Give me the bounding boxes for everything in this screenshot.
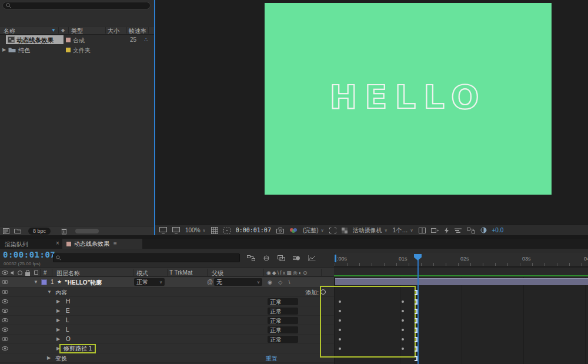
column-index[interactable]: #: [44, 269, 47, 276]
shy-icon[interactable]: [263, 255, 270, 261]
sort-arrow-icon[interactable]: ▼: [51, 28, 56, 33]
project-item-composition[interactable]: 动态线条效果 合成 25 ∴: [0, 35, 154, 45]
property-label[interactable]: O: [66, 336, 71, 342]
resolution-select[interactable]: (完整)∨: [303, 226, 324, 235]
interpret-footage-icon[interactable]: [3, 228, 9, 234]
current-timecode[interactable]: 0:00:01:07: [3, 250, 55, 259]
layer-switches[interactable]: ◉ ◇ \: [268, 279, 292, 285]
parent-pickwhip-icon[interactable]: @: [207, 279, 213, 285]
group-mode-select[interactable]: 正常: [268, 317, 298, 324]
tab-render-queue[interactable]: 渲染队列: [5, 241, 28, 249]
project-item-folder[interactable]: ▶ 纯色 文件夹: [0, 45, 154, 55]
layer-duration-bar[interactable]: [335, 278, 588, 285]
magnification-select[interactable]: 100%∨: [185, 227, 206, 233]
property-label[interactable]: H: [66, 298, 70, 305]
reset-exposure-icon[interactable]: [480, 227, 487, 233]
frame-blending-icon[interactable]: [278, 255, 285, 261]
layer-expand-icon[interactable]: ▼: [34, 279, 38, 285]
property-row-letter[interactable]: ▶ E 正常: [0, 306, 334, 316]
column-layer-name[interactable]: 图层名称: [56, 269, 80, 278]
label-column-icon[interactable]: ◆: [61, 28, 65, 33]
column-header-size[interactable]: 大小: [108, 27, 119, 35]
project-item-name[interactable]: 动态线条效果: [16, 36, 54, 45]
property-label[interactable]: E: [66, 308, 70, 314]
layer-visibility-eye-icon[interactable]: [2, 280, 8, 284]
column-parent[interactable]: 父级: [212, 269, 223, 278]
always-preview-icon[interactable]: [159, 227, 167, 233]
trim-paths-label-highlighted[interactable]: 修剪路径 1: [59, 344, 96, 353]
tab-close-icon[interactable]: ×: [56, 240, 59, 246]
motion-blur-icon[interactable]: [293, 255, 300, 261]
visibility-eye-icon[interactable]: [2, 328, 8, 332]
graph-editor-icon[interactable]: [308, 255, 316, 261]
time-ruler[interactable]: :00s 01s 02s 03s 04s: [334, 253, 588, 266]
mini-flowchart-icon[interactable]: [247, 255, 255, 261]
column-header-type[interactable]: 类型: [71, 27, 83, 35]
region-of-interest-icon[interactable]: [329, 228, 336, 233]
expand-icon[interactable]: ▶: [47, 355, 51, 360]
layer-name[interactable]: "HELLO"轮廓: [65, 279, 102, 287]
property-label[interactable]: 变换: [55, 355, 67, 363]
timeline-button-icon[interactable]: [455, 228, 462, 233]
layer-color-label[interactable]: [41, 279, 47, 285]
column-header-framerate[interactable]: 帧速率: [129, 27, 146, 35]
expand-icon[interactable]: ▶: [56, 336, 60, 342]
group-mode-select[interactable]: 正常: [268, 336, 298, 343]
visibility-eye-icon[interactable]: [2, 318, 8, 322]
show-channels-icon[interactable]: [289, 228, 298, 233]
property-row-letter[interactable]: ▶ H 正常: [0, 297, 334, 306]
playhead-line[interactable]: [417, 255, 419, 364]
property-row-letter[interactable]: ▶ L 正常: [0, 325, 334, 335]
property-row-letter[interactable]: ▶ L 正常: [0, 316, 334, 325]
composition-canvas[interactable]: HELLO: [265, 3, 552, 195]
expand-icon[interactable]: ▶: [56, 327, 60, 332]
property-row-letter[interactable]: ▶ O 正常: [0, 335, 334, 344]
layer-row[interactable]: ▼ 1 ★ "HELLO"轮廓 正常∨ @ 无∨ ◉ ◇ \: [0, 277, 334, 288]
property-row-trim-paths[interactable]: ▶ 修剪路径 1: [0, 344, 334, 353]
layer-mode-select[interactable]: 正常∨: [134, 278, 165, 286]
comp-flowchart-icon[interactable]: [467, 228, 475, 233]
grid-guides-icon[interactable]: [211, 227, 218, 234]
exposure-value[interactable]: +0.0: [492, 227, 504, 233]
mask-visibility-icon[interactable]: [223, 228, 230, 233]
property-label[interactable]: L: [66, 317, 69, 323]
trash-icon[interactable]: [61, 228, 67, 235]
parent-select[interactable]: 无∨: [214, 278, 262, 286]
visibility-eye-icon[interactable]: [2, 290, 8, 294]
expand-arrow-icon[interactable]: ▶: [2, 47, 6, 52]
main-monitor-icon[interactable]: [172, 227, 180, 233]
column-mode[interactable]: 模式: [136, 269, 148, 278]
property-row-contents[interactable]: ▼ 内容 添加:: [0, 288, 334, 297]
visibility-eye-icon[interactable]: [2, 337, 8, 341]
viewer-timecode[interactable]: 0:00:01:07: [236, 227, 271, 233]
visibility-eye-icon[interactable]: [2, 299, 8, 303]
property-label[interactable]: L: [66, 326, 69, 333]
reset-link[interactable]: 重置: [266, 355, 278, 363]
new-folder-icon[interactable]: [14, 228, 21, 234]
property-row-transform[interactable]: ▶ 变换 重置: [0, 353, 334, 363]
group-mode-select[interactable]: 正常: [268, 298, 298, 305]
view-count-select[interactable]: 1个…∨: [393, 226, 413, 235]
expand-icon[interactable]: ▶: [56, 299, 60, 304]
tab-composition[interactable]: 动态线条效果 ≡: [62, 239, 142, 249]
group-mode-select[interactable]: 正常: [268, 326, 298, 333]
fast-previews-icon[interactable]: [444, 227, 449, 234]
property-label[interactable]: 内容: [55, 289, 67, 297]
group-mode-select[interactable]: 正常: [268, 308, 298, 315]
column-trkmat[interactable]: T TrkMat: [169, 269, 192, 276]
snapshot-camera-icon[interactable]: [276, 228, 284, 233]
panel-menu-icon[interactable]: ≡: [113, 241, 117, 247]
visibility-eye-icon[interactable]: [2, 309, 8, 313]
view-layout-icon[interactable]: [419, 228, 426, 233]
project-item-name[interactable]: 纯色: [18, 46, 30, 55]
column-header-name[interactable]: 名称: [4, 27, 15, 35]
visibility-eye-icon[interactable]: [2, 346, 8, 350]
timeline-search-input[interactable]: [53, 253, 240, 262]
expand-icon[interactable]: ▶: [56, 308, 60, 313]
expand-icon[interactable]: ▶: [56, 318, 60, 323]
bit-depth-button[interactable]: 8 bpc: [28, 228, 51, 235]
expand-icon[interactable]: ▼: [47, 289, 52, 295]
pixel-aspect-icon[interactable]: [431, 228, 439, 233]
project-search-input[interactable]: [2, 2, 151, 9]
camera-view-select[interactable]: 活动摄像机∨: [353, 226, 387, 235]
